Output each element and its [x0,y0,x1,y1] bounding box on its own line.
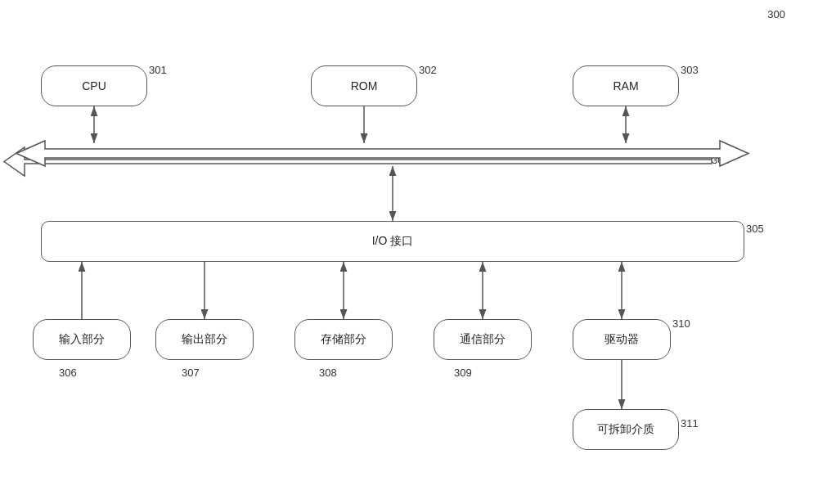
removable-label: 可拆卸介质 [597,422,654,437]
ram-label: RAM [613,79,638,92]
comm-box: 通信部分 [434,319,532,360]
cpu-label: CPU [82,79,106,92]
diagram: 300 CPU 301 ROM 302 RAM 303 304 I/O 接口 3… [0,0,818,504]
storage-ref: 308 [319,367,337,379]
rom-label: ROM [351,79,378,92]
removable-box: 可拆卸介质 [573,409,679,450]
input-box: 输入部分 [33,319,131,360]
storage-box: 存储部分 [294,319,393,360]
io-box: I/O 接口 [41,221,744,262]
output-ref: 307 [182,367,200,379]
io-ref: 305 [746,223,764,235]
rom-ref: 302 [419,64,437,76]
output-label: 输出部分 [182,332,227,347]
driver-box: 驱动器 [573,319,671,360]
ram-ref: 303 [681,64,699,76]
cpu-ref: 301 [149,64,167,76]
output-box: 输出部分 [155,319,254,360]
comm-label: 通信部分 [460,332,506,347]
input-label: 输入部分 [59,332,105,347]
driver-label: 驱动器 [605,332,639,347]
removable-ref: 311 [681,417,699,430]
comm-ref: 309 [454,367,472,379]
rom-box: ROM [311,65,417,106]
io-label: I/O 接口 [372,234,414,249]
storage-label: 存储部分 [321,332,366,347]
title-label: 300 [767,8,785,20]
svg-marker-6 [4,147,732,176]
driver-ref: 310 [672,317,690,330]
bus-ref: 304 [712,154,730,166]
ram-box: RAM [573,65,679,106]
cpu-box: CPU [41,65,147,106]
input-ref: 306 [59,367,77,379]
